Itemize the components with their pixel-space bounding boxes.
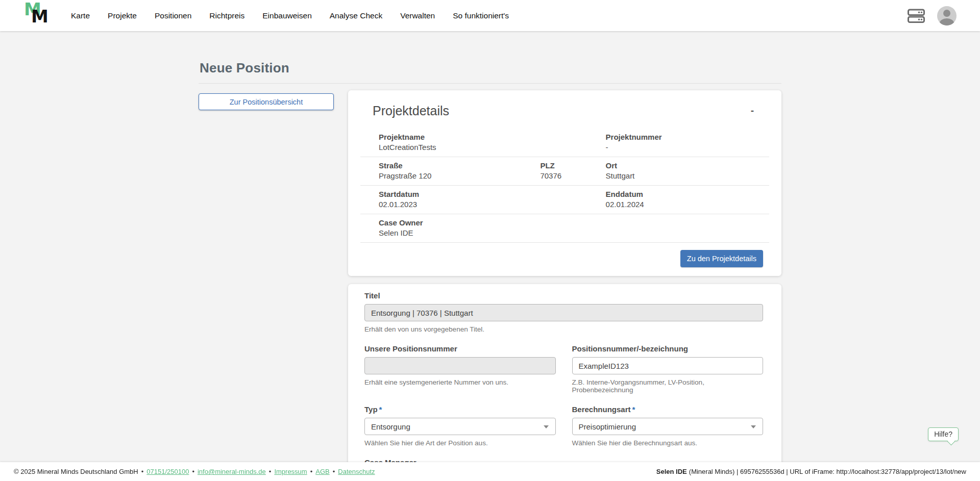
- positionsnummer-helper: Z.B. Interne-Vorgangsnummer, LV-Position…: [572, 378, 764, 394]
- cell-case-owner: Case Owner Selen IDE: [360, 218, 540, 237]
- field-value: -: [606, 143, 769, 151]
- separator-dot: •: [269, 468, 272, 475]
- cell-projektnummer: Projektnummer -: [606, 133, 769, 151]
- main-menu: Karte Projekte Positionen Richtpreis Ein…: [71, 11, 509, 20]
- cell-projektname: Projektname LotCreationTests: [360, 133, 540, 151]
- footer-link-agb[interactable]: AGB: [315, 468, 329, 475]
- field-value: 02.01.2024: [606, 200, 769, 209]
- menu-item-projekte[interactable]: Projekte: [108, 11, 137, 20]
- navbar-right: [908, 6, 957, 26]
- cell-ort: Ort Stuttgart: [606, 161, 769, 180]
- field-label: Straße: [379, 161, 540, 170]
- project-details-card: Projektdetails - Projektname LotCreation…: [348, 90, 781, 276]
- top-navbar: M M Karte Projekte Positionen Richtpreis…: [0, 0, 980, 31]
- server-icon[interactable]: [908, 9, 925, 23]
- case-manager-label: Case Manager: [364, 458, 556, 462]
- project-details-table: Projektname LotCreationTests Projektnumm…: [360, 129, 769, 243]
- field-value: 02.01.2023: [379, 200, 540, 209]
- field-label: PLZ: [540, 161, 605, 170]
- table-row: Startdatum 02.01.2023 Enddatum 02.01.202…: [360, 186, 769, 214]
- berechnungsart-select[interactable]: Preisoptimierung: [572, 418, 764, 435]
- menu-item-so-funktionierts[interactable]: So funktioniert's: [453, 11, 509, 20]
- field-label: Case Owner: [379, 218, 540, 227]
- berechnungsart-label-text: Berechnungsart: [572, 405, 631, 414]
- berechnungsart-label: Berechnungsart*: [572, 405, 764, 414]
- footer-right: Selen IDE (Mineral Minds) | 69576255536d…: [656, 468, 966, 475]
- copyright-text: © 2025 Mineral Minds Deutschland GmbH: [14, 468, 138, 475]
- titel-helper: Erhält den von uns vorgegebenen Titel.: [364, 325, 763, 333]
- help-button-label: Hilfe?: [934, 430, 952, 438]
- cell-strasse: Straße Pragstraße 120: [360, 161, 540, 180]
- required-asterisk: *: [632, 405, 635, 414]
- logo-m-black-icon: M: [31, 6, 47, 27]
- separator-dot: •: [333, 468, 335, 475]
- field-label: Projektname: [379, 133, 540, 141]
- unsere-positionsnummer-helper: Erhält eine systemgenerierte Nummer von …: [364, 378, 556, 386]
- typ-select[interactable]: Entsorgung: [364, 418, 556, 435]
- field-value: Selen IDE: [379, 229, 540, 237]
- typ-field: Typ* Entsorgung Wählen Sie hier die Art …: [364, 405, 556, 447]
- avatar-body-icon: [940, 18, 954, 26]
- berechnungsart-helper: Wählen Sie hier die Berechnungsart aus.: [572, 439, 764, 447]
- avatar-head-icon: [943, 10, 950, 17]
- field-label: Projektnummer: [606, 133, 769, 141]
- table-row: Straße Pragstraße 120 PLZ 70376 Ort Stut…: [360, 157, 769, 186]
- titel-input: [364, 304, 763, 321]
- footer-link-phone[interactable]: 07151/250100: [146, 468, 189, 475]
- unsere-positionsnummer-input: [364, 357, 556, 374]
- project-card-title: Projektdetails: [373, 104, 449, 118]
- menu-item-karte[interactable]: Karte: [71, 11, 90, 20]
- menu-item-einbauweisen[interactable]: Einbauweisen: [262, 11, 312, 20]
- chevron-down-icon: [751, 425, 756, 428]
- separator-dot: •: [192, 468, 194, 475]
- berechnungsart-selected-value: Preisoptimierung: [579, 422, 636, 431]
- brand-logo[interactable]: M M: [22, 2, 52, 30]
- menu-item-verwalten[interactable]: Verwalten: [400, 11, 435, 20]
- back-to-positions-button[interactable]: Zur Positionsübersicht: [199, 93, 334, 110]
- menu-item-analyse-check[interactable]: Analyse Check: [330, 11, 382, 20]
- positionsnummer-label: Positionsnummer/-bezeichnung: [572, 344, 764, 353]
- footer: © 2025 Mineral Minds Deutschland GmbH • …: [0, 462, 980, 481]
- cell-startdatum: Startdatum 02.01.2023: [360, 190, 540, 209]
- field-value: LotCreationTests: [379, 143, 540, 151]
- field-label: Enddatum: [606, 190, 769, 198]
- separator-dot: •: [141, 468, 144, 475]
- typ-label-text: Typ: [364, 405, 378, 414]
- chevron-down-icon: [544, 425, 549, 428]
- separator-dot: •: [310, 468, 313, 475]
- footer-user-name: Selen IDE: [656, 468, 687, 475]
- field-label: Ort: [606, 161, 769, 170]
- typ-helper: Wählen Sie hier die Art der Position aus…: [364, 439, 556, 447]
- cell-plz: PLZ 70376: [540, 161, 605, 180]
- table-row: Case Owner Selen IDE: [360, 214, 769, 243]
- field-label: Startdatum: [379, 190, 540, 198]
- menu-item-richtpreis[interactable]: Richtpreis: [209, 11, 244, 20]
- field-value: Stuttgart: [606, 171, 769, 180]
- go-to-project-details-button[interactable]: Zu den Projektdetails: [680, 250, 763, 267]
- menu-item-positionen[interactable]: Positionen: [155, 11, 191, 20]
- case-manager-field: Case Manager: [364, 458, 556, 462]
- required-asterisk: *: [379, 405, 382, 414]
- field-value: Pragstraße 120: [379, 171, 540, 180]
- titel-label: Titel: [364, 291, 763, 300]
- left-column: Zur Positionsübersicht: [199, 90, 334, 110]
- main-content: Neue Position Zur Positionsübersicht Pro…: [0, 31, 980, 462]
- footer-link-datenschutz[interactable]: Datenschutz: [338, 468, 375, 475]
- right-column: Projektdetails - Projektname LotCreation…: [348, 90, 781, 462]
- positionsnummer-input[interactable]: [572, 357, 764, 374]
- unsere-positionsnummer-label: Unsere Positionsnummer: [364, 344, 556, 353]
- field-value: 70376: [540, 171, 605, 180]
- footer-link-email[interactable]: info@mineral-minds.de: [198, 468, 266, 475]
- titel-field: Titel Erhält den von uns vorgegebenen Ti…: [364, 291, 763, 333]
- title-divider: [199, 83, 781, 84]
- user-avatar[interactable]: [937, 6, 957, 26]
- collapse-card-button[interactable]: -: [748, 104, 757, 117]
- footer-link-impressum[interactable]: Impressum: [274, 468, 307, 475]
- help-button[interactable]: Hilfe?: [928, 427, 959, 441]
- page-title: Neue Position: [200, 60, 781, 76]
- position-form-card: Titel Erhält den von uns vorgegebenen Ti…: [348, 284, 781, 462]
- unsere-positionsnummer-field: Unsere Positionsnummer Erhält eine syste…: [364, 344, 556, 394]
- footer-left: © 2025 Mineral Minds Deutschland GmbH • …: [14, 468, 375, 475]
- cell-enddatum: Enddatum 02.01.2024: [606, 190, 769, 209]
- footer-session-info: (Mineral Minds) | 69576255536d | URL of …: [689, 468, 966, 475]
